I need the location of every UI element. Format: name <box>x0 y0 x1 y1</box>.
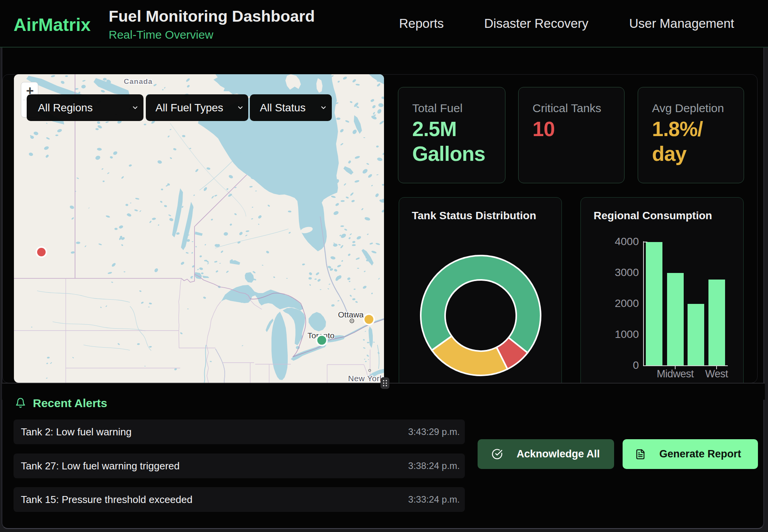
svg-text:3000: 3000 <box>615 266 639 278</box>
svg-text:2000: 2000 <box>615 297 639 309</box>
svg-text:Midwest: Midwest <box>657 368 694 380</box>
svg-text:1000: 1000 <box>615 328 639 340</box>
svg-text:0: 0 <box>633 359 639 371</box>
svg-text:Canada: Canada <box>124 77 153 85</box>
svg-text:New York: New York <box>348 374 384 383</box>
svg-text:4000: 4000 <box>615 235 639 247</box>
svg-text:West: West <box>705 368 728 380</box>
svg-text:Ottawa: Ottawa <box>338 310 364 319</box>
